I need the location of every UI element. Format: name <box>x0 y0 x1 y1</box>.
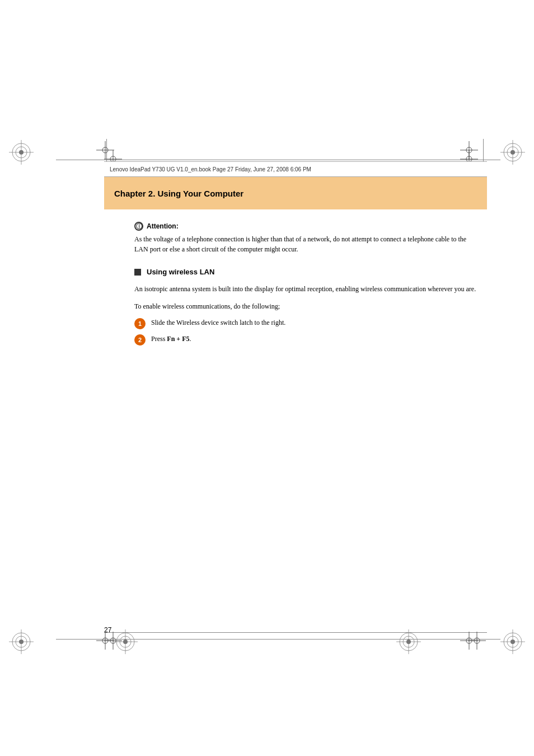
attention-block: ⓘ Attention: As the voltage of a telepho… <box>134 222 478 254</box>
rosette-blb <box>112 628 139 655</box>
main-content: ⓘ Attention: As the voltage of a telepho… <box>134 222 478 350</box>
header-band: Lenovo IdeaPad Y730 UG V1.0_en.book Page… <box>104 161 487 177</box>
step-2-text: Press Fn + F5. <box>151 334 191 344</box>
section-square-icon <box>134 269 141 276</box>
section-title: Using wireless LAN <box>147 268 214 276</box>
page: Lenovo IdeaPad Y730 UG V1.0_en.book Page… <box>0 0 534 756</box>
rosette-bl <box>8 628 35 655</box>
section-header: Using wireless LAN <box>134 268 478 276</box>
step-2: 2 Press Fn + F5. <box>134 334 478 346</box>
crosshair-br2 <box>468 632 486 650</box>
rosette-br <box>499 628 526 655</box>
step-1: 1 Slide the Wireless device switch latch… <box>134 318 478 329</box>
book-info-text: Lenovo IdeaPad Y730 UG V1.0_en.book Page… <box>110 166 311 172</box>
step-1-number: 1 <box>134 318 146 329</box>
crop-line-bottom-inner <box>104 632 487 633</box>
attention-icon: ⓘ <box>134 222 143 231</box>
rosette-brb <box>395 628 422 655</box>
step-intro: To enable wireless communications, do th… <box>134 301 478 312</box>
crop-line-top <box>56 160 500 160</box>
chapter-block: Chapter 2. Using Your Computer <box>104 177 487 209</box>
rosette-tr <box>499 139 526 166</box>
step-2-number: 2 <box>134 334 146 346</box>
attention-text: As the voltage of a telephone connection… <box>134 234 478 254</box>
step-1-text: Slide the Wireless device switch latch t… <box>151 318 285 328</box>
chapter-title: Chapter 2. Using Your Computer <box>114 189 243 198</box>
step-2-bold-text: Fn + F5 <box>167 335 189 343</box>
attention-header: ⓘ Attention: <box>134 222 478 231</box>
rosette-tl <box>8 139 35 166</box>
section-intro: An isotropic antenna system is built int… <box>134 284 478 295</box>
attention-label: Attention: <box>147 222 179 230</box>
